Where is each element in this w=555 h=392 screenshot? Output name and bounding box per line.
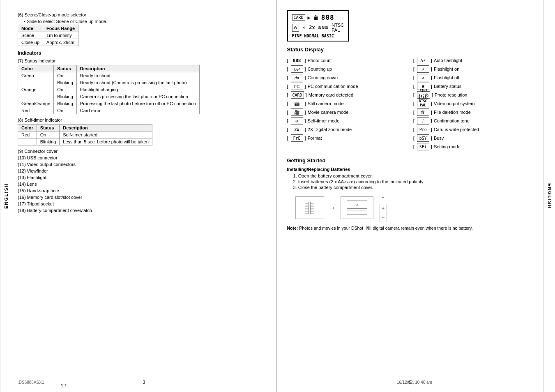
self-timer-label: (8) Self-timer indicator (18, 118, 266, 122)
scene-closeup-table: Mode Focus Range Scene 1m to infinity Cl… (18, 25, 78, 46)
status-display-title: Status Display (287, 46, 536, 53)
camera-display-area: CARD ▶ 🗑 888 ⊙ ⚡ 2x ≋≋≋ NTSCPAL FINE NOR… (287, 10, 536, 42)
getting-started-title: Getting Started (287, 157, 536, 164)
list-item: (9) Connector cover (18, 149, 266, 154)
status-left-col: [ 888 ] Photo count [ UP ] Counting up [… (287, 57, 409, 152)
status-item-file-delete: [ 🗑 ] File deletion mode (413, 108, 535, 116)
table-row: Blinking Less than 5 sec. before photo w… (18, 138, 152, 145)
mode-col-header: Mode (18, 25, 43, 32)
insertion-arrows: ↑ + − (380, 193, 387, 222)
table-row: Orange On Flashlight charging (18, 86, 200, 93)
arrow-icon: → (328, 203, 336, 212)
indicators-section: Indicators (7) Status indicator Color St… (18, 50, 266, 145)
status-indicator-label: (7) Status indicator (18, 58, 266, 63)
install-batteries-title: Installing/Replacing Batteries (287, 167, 536, 172)
status-item-setting-mode: [ SEt ] Setting mode (413, 143, 535, 150)
status-item-battery: [ ≡ ] Battery status (413, 83, 535, 90)
footer-file: .DS6888ASX1 (18, 380, 44, 385)
scene-closeup-bullet: • Slide to select Scene or Close-up mode… (24, 19, 266, 24)
status-item-write-protected: [ Pro ] Card is write protected (413, 126, 535, 133)
note-text: Note: Photos and movies in your DShot II… (287, 226, 536, 231)
getting-started-section: Getting Started Installing/Replacing Bat… (287, 157, 536, 231)
table-row: Blinking Ready to shoot (Camera is proce… (18, 79, 200, 86)
footer-date: 16/12/02, 10:46 am (397, 380, 432, 385)
camera-display: CARD ▶ 🗑 888 ⊙ ⚡ 2x ≋≋≋ NTSCPAL FINE NOR… (287, 10, 349, 42)
left-page-number: 3 (143, 380, 145, 385)
focus-col-header: Focus Range (43, 25, 78, 32)
left-side-label: ENGLISH (0, 0, 12, 392)
table-row: Red On Self-timer started (18, 131, 152, 138)
list-item: (10) USB connector (18, 155, 266, 160)
status-item-busy: [ bSY ] Busy (413, 134, 535, 142)
battery-diagram: → ⊙ ↑ + − (295, 193, 536, 222)
status-item-pc-mode: [ PC ] PC communication mode (287, 83, 409, 90)
scene-closeup-section: (6) Scene/Close-up mode selector • Slide… (18, 12, 266, 46)
list-item: 1. Open the battery compartment cover. (293, 173, 536, 178)
list-item: (15) Hand-strap hole (18, 188, 266, 193)
list-item: (14) Lens (18, 182, 266, 187)
list-item: 3. Close the battery compartment cover. (293, 185, 536, 190)
indicators-title: Indicators (18, 50, 266, 56)
status-item-photo-res: [ FINESUPERBASIC ] Photo resolution (413, 91, 535, 99)
list-item: (18) Battery compartment cover/latch (18, 208, 266, 213)
status-item-flash-on: [ ⚡ ] Flashlight on (413, 65, 535, 73)
status-item-self-timer: [ ⊙ ] Self-timer mode (287, 117, 409, 125)
status-item-memory-card: [ CARD ] Memory card detected (287, 91, 409, 99)
status-item-digital-zoom: [ 2x ] 2X Digital zoom mode (287, 126, 409, 133)
list-item: (13) Flashlight (18, 175, 266, 180)
status-right-col: [ A⚡ ] Auto flashlight [ ⚡ ] Flashlight … (413, 57, 535, 152)
footer-symbol: ¶˜ƒ (61, 383, 67, 388)
left-page: (6) Scene/Close-up mode selector • Slide… (12, 0, 277, 392)
self-timer-table: Color Status Description Red On Self-tim… (18, 124, 152, 145)
battery-tray (295, 196, 324, 219)
status-item-flash-off: [ ⊘ ] Flashlight off (413, 74, 535, 81)
list-item: (17) Tripod socket (18, 201, 266, 206)
status-grid: [ 888 ] Photo count [ UP ] Counting up [… (287, 57, 536, 152)
status-item-counting-down: [ dn ] Counting down (287, 74, 409, 81)
status-indicator-table: Color Status Description Green On Ready … (18, 65, 200, 114)
right-side-label: ENGLISH (543, 0, 555, 392)
list-item: (16) Memory card slot/slot cover (18, 195, 266, 200)
list-item: (11) Video output connectors (18, 162, 266, 167)
right-page: CARD ▶ 🗑 888 ⊙ ⚡ 2x ≋≋≋ NTSCPAL FINE NOR… (277, 0, 544, 392)
status-item-confirm-tone: [ ♪ ] Confirmation tone (413, 117, 535, 125)
display-row-1: CARD ▶ 🗑 888 (292, 14, 344, 21)
list-item: (12) Viewfinder (18, 168, 266, 173)
battery-1 (305, 202, 309, 214)
status-item-counting-up: [ UP ] Counting up (287, 65, 409, 73)
table-row: Green On Ready to shoot (18, 72, 200, 79)
table-row: Close-up Approx. 26cm (18, 39, 78, 46)
camera-body-diagram: ⊙ (341, 196, 373, 219)
status-item-photo-count: [ 888 ] Photo count (287, 57, 409, 64)
status-item-video-output: [ NTSCPAL ] Video output system (413, 100, 535, 107)
table-row: Green/Orange Blinking Processing the las… (18, 100, 200, 107)
display-row-3: FINE NORMAL BASIC (292, 34, 344, 38)
table-row: Blinking Camera is processing the last p… (18, 93, 200, 100)
status-item-auto-flash: [ A⚡ ] Auto flashlight (413, 57, 535, 64)
parts-list: (9) Connector cover (10) USB connector (… (18, 149, 266, 213)
status-item-still-camera: [ 📷 ] Still camera mode (287, 100, 409, 107)
scene-closeup-title: (6) Scene/Close-up mode selector (18, 12, 266, 17)
table-row: Red On Card error (18, 107, 200, 114)
status-item-format: [ FrE ] Format (287, 134, 409, 142)
status-item-movie-camera: [ 🎥 ] Movie camera mode (287, 108, 409, 116)
table-row: Scene 1m to infinity (18, 32, 78, 39)
display-row-2: ⊙ ⚡ 2x ≋≋≋ NTSCPAL (292, 23, 344, 32)
battery-2 (310, 202, 314, 214)
list-item: 2. Insert batteries (2 x AA-size) accord… (293, 179, 536, 184)
